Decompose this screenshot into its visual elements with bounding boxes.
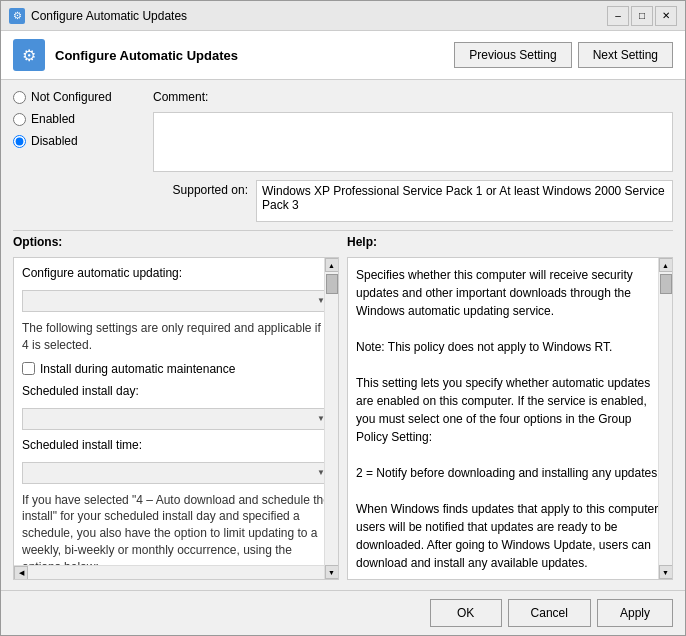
header-icon: ⚙	[13, 39, 45, 71]
disabled-option[interactable]: Disabled	[13, 134, 143, 148]
cancel-button[interactable]: Cancel	[508, 599, 591, 627]
supported-label: Supported on:	[153, 180, 248, 197]
top-section: Not Configured Enabled Disabled Comment:…	[13, 90, 673, 222]
supported-row: Supported on: Windows XP Professional Se…	[153, 180, 673, 222]
options-h-scrollbar[interactable]: ◀ ▶	[14, 565, 338, 579]
next-setting-button[interactable]: Next Setting	[578, 42, 673, 68]
help-v-scrollbar[interactable]: ▲ ▼	[658, 258, 672, 579]
minimize-button[interactable]: –	[607, 6, 629, 26]
options-v-scrollbar[interactable]: ▲ ▼	[324, 258, 338, 579]
scheduled-day-dropdown[interactable]	[22, 408, 330, 430]
enabled-label: Enabled	[31, 112, 75, 126]
enabled-radio[interactable]	[13, 113, 26, 126]
v-scroll-down-arrow[interactable]: ▼	[325, 565, 339, 579]
header-bar: ⚙ Configure Automatic Updates Previous S…	[1, 31, 685, 80]
help-panel: Specifies whether this computer will rec…	[347, 257, 673, 580]
help-inner: Specifies whether this computer will rec…	[348, 258, 672, 579]
title-controls: – □ ✕	[607, 6, 677, 26]
radio-group: Not Configured Enabled Disabled	[13, 90, 143, 222]
h-scroll-left-arrow[interactable]: ◀	[14, 566, 28, 580]
title-bar-left: ⚙ Configure Automatic Updates	[9, 8, 187, 24]
options-panel: Configure automatic updating: The follow…	[13, 257, 339, 580]
title-bar: ⚙ Configure Automatic Updates – □ ✕	[1, 1, 685, 31]
not-configured-label: Not Configured	[31, 90, 112, 104]
close-button[interactable]: ✕	[655, 6, 677, 26]
supported-value: Windows XP Professional Service Pack 1 o…	[262, 184, 665, 212]
disabled-radio[interactable]	[13, 135, 26, 148]
maximize-button[interactable]: □	[631, 6, 653, 26]
help-scroll-down-arrow[interactable]: ▼	[659, 565, 673, 579]
configure-dropdown[interactable]	[22, 290, 330, 312]
scheduled-time-dropdown[interactable]	[22, 462, 330, 484]
v-scroll-up-arrow[interactable]: ▲	[325, 258, 339, 272]
install-checkbox[interactable]	[22, 362, 35, 375]
options-section-label: Options:	[13, 235, 339, 249]
install-checkbox-row[interactable]: Install during automatic maintenance	[22, 362, 330, 376]
supported-box: Windows XP Professional Service Pack 1 o…	[256, 180, 673, 222]
not-configured-option[interactable]: Not Configured	[13, 90, 143, 104]
disabled-label: Disabled	[31, 134, 78, 148]
v-scroll-thumb[interactable]	[326, 274, 338, 294]
help-scroll-up-arrow[interactable]: ▲	[659, 258, 673, 272]
apply-button[interactable]: Apply	[597, 599, 673, 627]
comment-textarea[interactable]	[153, 112, 673, 172]
header-left: ⚙ Configure Automatic Updates	[13, 39, 238, 71]
bottom-bar: OK Cancel Apply	[1, 590, 685, 635]
window-icon: ⚙	[9, 8, 25, 24]
configure-dropdown-wrapper[interactable]	[22, 290, 330, 312]
scheduled-day-wrapper[interactable]	[22, 408, 330, 430]
options-description: If you have selected "4 – Auto download …	[22, 492, 330, 565]
scheduled-time-label: Scheduled install time:	[22, 438, 330, 452]
header-title: Configure Automatic Updates	[55, 48, 238, 63]
panels-row: Configure automatic updating: The follow…	[13, 257, 673, 580]
configure-label: Configure automatic updating:	[22, 266, 330, 280]
main-window: ⚙ Configure Automatic Updates – □ ✕ ⚙ Co…	[0, 0, 686, 636]
comment-label: Comment:	[153, 90, 673, 104]
window-title: Configure Automatic Updates	[31, 9, 187, 23]
help-section-label: Help:	[347, 235, 673, 249]
options-inner: Configure automatic updating: The follow…	[14, 258, 338, 565]
install-checkbox-label: Install during automatic maintenance	[40, 362, 235, 376]
enabled-option[interactable]: Enabled	[13, 112, 143, 126]
ok-button[interactable]: OK	[430, 599, 502, 627]
previous-setting-button[interactable]: Previous Setting	[454, 42, 571, 68]
help-text: Specifies whether this computer will rec…	[356, 266, 664, 579]
help-scroll-thumb[interactable]	[660, 274, 672, 294]
header-buttons: Previous Setting Next Setting	[454, 42, 673, 68]
options-note: The following settings are only required…	[22, 320, 330, 354]
not-configured-radio[interactable]	[13, 91, 26, 104]
scheduled-day-label: Scheduled install day:	[22, 384, 330, 398]
divider-row: Options: Help:	[13, 230, 673, 249]
right-column: Comment: Supported on: Windows XP Profes…	[153, 90, 673, 222]
content-area: Not Configured Enabled Disabled Comment:…	[1, 80, 685, 590]
scheduled-time-wrapper[interactable]	[22, 462, 330, 484]
